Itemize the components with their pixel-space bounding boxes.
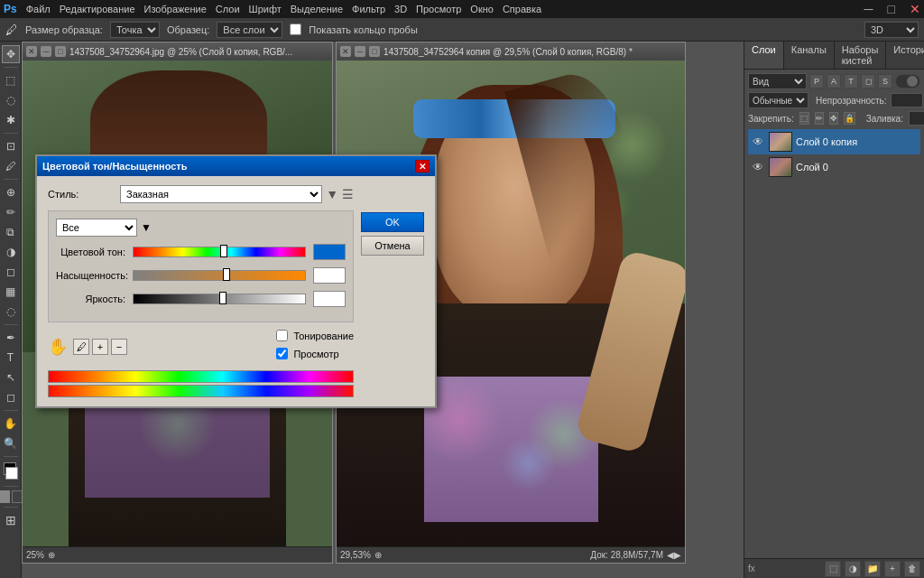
menu-item-help[interactable]: Справка: [503, 4, 541, 14]
new-layer-btn[interactable]: +: [884, 561, 901, 577]
menu-item-filter[interactable]: Фильтр: [352, 4, 385, 14]
eyedropper-plus-btn[interactable]: +: [92, 339, 108, 355]
menu-item-layers[interactable]: Слои: [216, 4, 240, 14]
filter-kind-adjust[interactable]: A: [827, 74, 841, 89]
hand-icon[interactable]: ✋: [48, 337, 68, 357]
preset-options-btn[interactable]: ☰: [342, 187, 354, 201]
add-adjustment-btn[interactable]: ◑: [845, 561, 861, 577]
layer-item-0[interactable]: 👁 Слой 0 копия: [748, 129, 920, 154]
window-close-btn[interactable]: ✕: [910, 2, 920, 16]
filter-kind-shape[interactable]: ◻: [861, 74, 875, 89]
tool-marquee[interactable]: ⬚: [2, 71, 20, 89]
window-maximize-btn[interactable]: □: [888, 2, 895, 16]
menu-item-edit[interactable]: Редактирование: [60, 4, 135, 14]
menu-item-select[interactable]: Выделение: [291, 4, 343, 14]
tool-text[interactable]: T: [2, 349, 20, 367]
lock-image-btn[interactable]: ✏: [815, 112, 824, 125]
tool-hand[interactable]: ✋: [2, 415, 20, 433]
doc2-minimize-btn[interactable]: ─: [355, 46, 365, 57]
tab-channels[interactable]: Каналы: [784, 42, 835, 69]
show-ring-checkbox[interactable]: [290, 23, 301, 35]
hue-value-input[interactable]: +1: [313, 244, 346, 260]
tool-heal[interactable]: ⊕: [2, 183, 20, 201]
doc2-maximize-btn[interactable]: □: [369, 46, 380, 57]
doc2-close-btn[interactable]: ✕: [340, 46, 351, 57]
tool-screen-mode[interactable]: ⊞: [2, 511, 20, 529]
colorize-checkbox[interactable]: [276, 330, 288, 341]
filter-kind-type[interactable]: T: [844, 74, 858, 89]
hue-track[interactable]: [133, 247, 306, 257]
tool-crop[interactable]: ⊡: [2, 137, 20, 155]
menu-item-view[interactable]: Просмотр: [416, 4, 461, 14]
blend-mode-select[interactable]: Обычные: [748, 92, 808, 108]
doc2-nav-left[interactable]: ◀: [667, 550, 674, 560]
hue-saturation-dialog[interactable]: Цветовой тон/Насыщенность ✕ Стиль: Заказ…: [35, 154, 437, 408]
tool-brush[interactable]: ✏: [2, 203, 20, 221]
size-select[interactable]: Точка: [110, 22, 160, 38]
menu-item-file[interactable]: Файл: [26, 4, 51, 14]
filter-kind-smart[interactable]: S: [878, 74, 892, 89]
delete-layer-btn[interactable]: 🗑: [904, 561, 920, 577]
layer-item-1[interactable]: 👁 Слой 0: [748, 154, 920, 180]
eyedropper-minus-btn[interactable]: −: [111, 339, 127, 355]
doc1-zoom-icon[interactable]: ⊕: [48, 550, 55, 560]
doc1-minimize-btn[interactable]: ─: [41, 46, 51, 57]
menu-item-3d[interactable]: 3D: [394, 4, 407, 14]
tool-shape[interactable]: ◻: [2, 388, 20, 406]
tool-clone[interactable]: ⧉: [2, 223, 20, 241]
channel-dropdown-icon[interactable]: ▼: [141, 221, 152, 234]
color-selector[interactable]: [2, 462, 20, 482]
lightness-thumb[interactable]: [219, 292, 226, 304]
layers-filter-select[interactable]: Вид: [748, 73, 807, 89]
tool-path-select[interactable]: ↖: [2, 368, 20, 387]
standard-mode-btn[interactable]: [0, 490, 10, 503]
tool-zoom[interactable]: 🔍: [2, 434, 20, 452]
doc1-close-btn[interactable]: ✕: [26, 46, 37, 57]
tool-eyedropper[interactable]: 🖊: [2, 157, 20, 175]
opacity-input[interactable]: 100%: [891, 93, 923, 107]
tool-eraser[interactable]: ◻: [2, 263, 20, 281]
lock-transparency-btn[interactable]: ⬚: [799, 112, 809, 125]
layer-visibility-1[interactable]: 👁: [751, 160, 765, 174]
tool-history-brush[interactable]: ◑: [2, 243, 20, 261]
filter-toggle[interactable]: [895, 74, 920, 89]
doc2-nav-right[interactable]: ▶: [674, 550, 681, 560]
menu-item-font[interactable]: Шрифт: [249, 4, 282, 14]
lightness-value-input[interactable]: 0: [313, 291, 346, 307]
saturation-track[interactable]: [133, 270, 306, 281]
channel-select[interactable]: Все: [56, 219, 137, 237]
saturation-thumb[interactable]: [223, 268, 230, 281]
lock-all-btn[interactable]: 🔒: [844, 112, 855, 125]
tab-brush-sets[interactable]: Наборы кистей: [835, 42, 887, 69]
menu-item-window[interactable]: Окно: [470, 4, 494, 14]
eyedropper-add-btn[interactable]: 🖊: [73, 339, 89, 355]
tool-dodge[interactable]: ◌: [2, 303, 20, 321]
fill-input[interactable]: 100%: [909, 111, 924, 126]
window-minimize-btn[interactable]: ─: [864, 2, 873, 16]
new-group-btn[interactable]: 📁: [864, 561, 881, 577]
tool-magic-wand[interactable]: ✱: [2, 111, 20, 129]
lightness-track[interactable]: [133, 294, 306, 304]
add-layer-mask-btn[interactable]: ⬚: [825, 561, 841, 577]
sample-select[interactable]: Все слои: [217, 22, 282, 38]
tab-history[interactable]: История: [886, 42, 924, 69]
preset-menu-btn[interactable]: ▼: [326, 187, 338, 201]
menu-item-image[interactable]: Изображение: [144, 4, 207, 14]
cancel-button[interactable]: Отмена: [361, 236, 424, 256]
tool-move[interactable]: ✥: [2, 45, 20, 63]
hue-thumb[interactable]: [220, 245, 227, 257]
tab-layers[interactable]: Слои: [744, 42, 784, 69]
style-select[interactable]: Заказная: [120, 185, 322, 203]
tool-gradient[interactable]: ▦: [2, 283, 20, 301]
doc2-zoom-icon[interactable]: ⊕: [374, 550, 382, 560]
doc1-maximize-btn[interactable]: □: [55, 46, 66, 57]
filter-kind-pixel[interactable]: P: [809, 74, 824, 89]
saturation-value-input[interactable]: +11: [313, 267, 346, 284]
tool-pen[interactable]: ✒: [2, 329, 20, 347]
tool-lasso[interactable]: ◌: [2, 91, 20, 109]
workspace-select-3d[interactable]: 3D: [864, 22, 919, 38]
lock-position-btn[interactable]: ✥: [829, 112, 838, 125]
dialog-close-btn[interactable]: ✕: [415, 160, 430, 172]
preview-checkbox[interactable]: [276, 348, 288, 359]
layer-visibility-0[interactable]: 👁: [751, 135, 765, 149]
